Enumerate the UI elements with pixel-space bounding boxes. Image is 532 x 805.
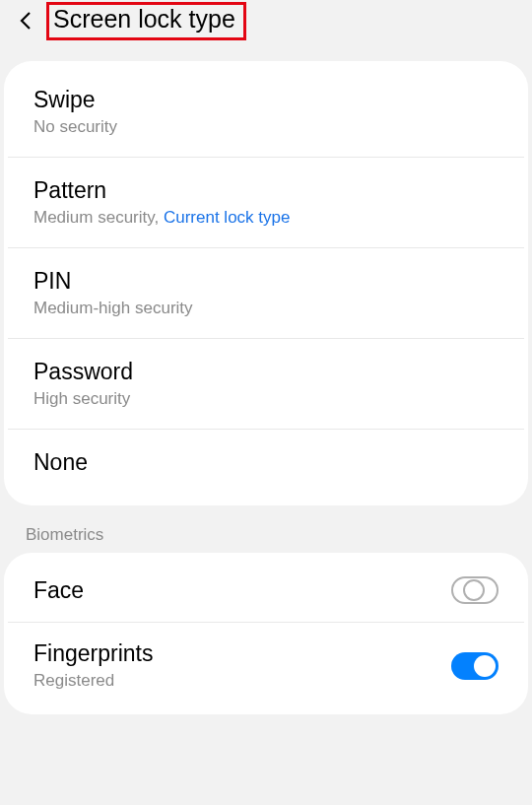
biometric-subtitle: Registered: [33, 671, 451, 691]
lock-type-title: PIN: [33, 268, 499, 295]
fingerprints-toggle[interactable]: [451, 652, 499, 680]
title-highlight: Screen lock type: [46, 2, 246, 40]
lock-types-card: Swipe No security Pattern Medium securit…: [4, 61, 528, 505]
lock-type-title: Swipe: [33, 87, 499, 113]
back-icon[interactable]: [15, 9, 38, 33]
biometric-text: Face: [33, 577, 451, 604]
biometrics-header: Biometrics: [0, 505, 532, 553]
biometric-fingerprints[interactable]: Fingerprints Registered: [8, 623, 524, 708]
app-header: Screen lock type: [0, 0, 532, 49]
lock-type-title: Password: [33, 359, 499, 385]
lock-type-subtitle: No security: [33, 117, 499, 137]
lock-type-password[interactable]: Password High security: [8, 339, 524, 430]
biometrics-card: Face Fingerprints Registered: [4, 553, 528, 714]
biometric-title: Fingerprints: [33, 640, 451, 667]
lock-type-subtitle: Medium-high security: [33, 299, 499, 318]
lock-type-subtitle: High security: [33, 389, 499, 409]
lock-type-subtitle: Medium security, Current lock type: [33, 208, 499, 228]
toggle-thumb: [474, 655, 496, 677]
face-toggle[interactable]: [451, 576, 499, 604]
toggle-thumb: [463, 579, 485, 601]
lock-type-pin[interactable]: PIN Medium-high security: [8, 248, 524, 339]
current-lock-label: Current lock type: [164, 208, 291, 227]
toggle-track-on: [451, 652, 499, 680]
biometric-title: Face: [33, 577, 451, 604]
lock-type-none[interactable]: None: [8, 430, 524, 500]
biometric-face[interactable]: Face: [8, 559, 524, 623]
page-title: Screen lock type: [53, 5, 235, 33]
biometric-text: Fingerprints Registered: [33, 640, 451, 691]
lock-type-swipe[interactable]: Swipe No security: [8, 67, 524, 158]
lock-type-pattern[interactable]: Pattern Medium security, Current lock ty…: [8, 158, 524, 248]
toggle-track-off: [451, 576, 499, 604]
lock-type-title: None: [33, 449, 499, 476]
lock-type-title: Pattern: [33, 177, 499, 204]
